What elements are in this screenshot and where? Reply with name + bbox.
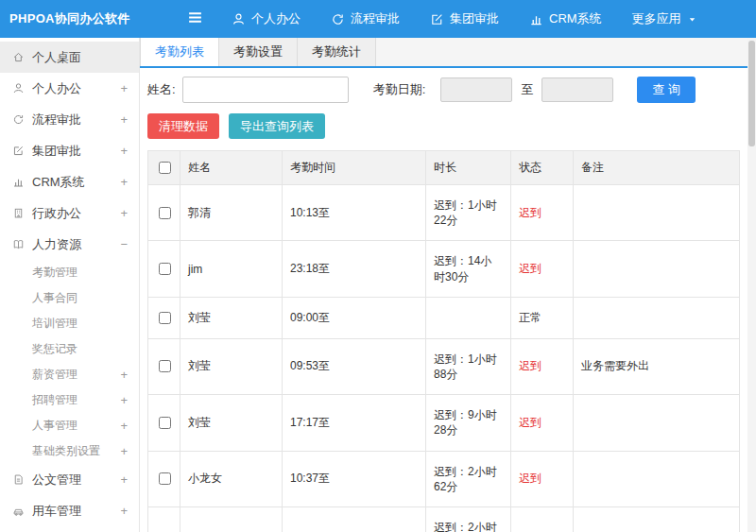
tab-attendance-stats[interactable]: 考勤统计	[298, 38, 376, 66]
sidebar-subitem[interactable]: 人事合同	[0, 285, 139, 311]
note-cell	[574, 185, 740, 241]
date-to-input[interactable]	[541, 77, 613, 102]
menu-toggle-button[interactable]	[187, 9, 203, 29]
tab-attendance-list[interactable]: 考勤列表	[140, 38, 219, 66]
building-icon	[12, 207, 32, 219]
nav-group-approval[interactable]: 集团审批	[430, 10, 499, 27]
clean-data-button[interactable]: 清理数据	[147, 113, 219, 139]
sidebar-subitem-label: 人事合同	[32, 290, 77, 306]
search-button[interactable]: 查 询	[637, 77, 696, 103]
duration-cell: 迟到：2小时90分 早退：7小时10分	[426, 506, 511, 532]
nav-label: 个人办公	[251, 10, 301, 27]
duration-cell	[426, 297, 511, 338]
row-checkbox[interactable]	[159, 472, 171, 485]
filter-bar: 姓名: 考勤日期: 至 查 询	[140, 68, 747, 112]
car-icon	[12, 505, 32, 517]
sidebar-subitem[interactable]: 招聘管理 +	[0, 387, 139, 413]
app: PHPOA协同办公软件 个人办公 流程审批 集团审批 CRM系统 更多应用	[0, 0, 756, 532]
nav-crm-system[interactable]: CRM系统	[529, 10, 602, 27]
sidebar-subitem[interactable]: 奖惩记录	[0, 336, 139, 362]
sidebar-item-personal-office[interactable]: 个人办公 +	[0, 73, 139, 104]
row-checkbox[interactable]	[159, 417, 171, 429]
row-checkbox[interactable]	[159, 360, 171, 372]
sidebar-subitem-label: 基础类别设置	[32, 443, 100, 459]
sidebar-item-crm[interactable]: CRM系统 +	[0, 166, 139, 197]
employee-name-link[interactable]: 郭清	[180, 185, 283, 241]
nav-label: 流程审批	[351, 10, 400, 27]
employee-name-link[interactable]: 小龙女	[180, 451, 283, 506]
select-all-checkbox[interactable]	[159, 162, 171, 174]
attendance-time-cell: 10:13至	[283, 185, 426, 241]
sidebar-item-workflow-approval[interactable]: 流程审批 +	[0, 104, 139, 135]
name-label: 姓名:	[147, 81, 176, 98]
sidebar-item-group-approval[interactable]: 集团审批 +	[0, 135, 139, 166]
expand-icon: +	[120, 504, 128, 518]
scrollbar	[747, 38, 756, 532]
duration-cell: 迟到：1小时88分	[426, 338, 511, 394]
attendance-time-cell: 09:53至	[283, 338, 426, 394]
sidebar-item-hr[interactable]: 人力资源 −	[0, 229, 139, 260]
table-row: 刘莹 09:00至 正常	[148, 297, 740, 338]
flow-icon	[331, 12, 345, 26]
row-checkbox-cell	[148, 297, 180, 338]
duration-cell: 迟到：1小时22分	[426, 185, 511, 241]
expand-icon: +	[120, 81, 128, 95]
note-cell	[574, 297, 740, 338]
scrollbar-thumb[interactable]	[748, 41, 755, 146]
employee-name-link[interactable]: 刘莹	[180, 297, 283, 338]
nav-label: 更多应用	[632, 10, 681, 27]
status-cell: 迟到	[511, 338, 574, 394]
attendance-time-cell: 09:00至	[283, 297, 426, 338]
sidebar-subitem-label: 培训管理	[32, 316, 77, 332]
row-checkbox-cell	[148, 338, 180, 394]
row-checkbox-cell	[148, 395, 180, 451]
sidebar-subitem[interactable]: 考勤管理	[0, 260, 139, 285]
main-content: 考勤列表 考勤设置 考勤统计 姓名: 考勤日期: 至 查 询 清理数据 导出查询…	[140, 38, 747, 532]
user-icon	[232, 12, 246, 26]
sidebar-subitem[interactable]: 薪资管理 +	[0, 362, 139, 387]
expand-icon: +	[120, 393, 128, 407]
status-cell: 迟到	[511, 241, 574, 297]
sidebar-item-documents[interactable]: 公文管理 +	[0, 464, 139, 495]
attendance-time-cell: 17:17至	[283, 395, 426, 451]
sidebar-subitem[interactable]: 培训管理	[0, 311, 139, 336]
nav-workflow-approval[interactable]: 流程审批	[331, 10, 400, 27]
table-row: 刘莹 09:53至 迟到：1小时88分 迟到 业务需要外出	[148, 338, 740, 394]
expand-icon: +	[120, 144, 128, 158]
row-checkbox[interactable]	[159, 312, 171, 324]
nav-personal-office[interactable]: 个人办公	[232, 10, 301, 27]
nav-more-apps[interactable]: 更多应用	[632, 10, 697, 27]
employee-name-link[interactable]: 刘莹	[180, 395, 283, 451]
status-cell: 迟到	[511, 451, 574, 506]
attendance-table: 姓名 考勤时间 时长 状态 备注 郭清 10:13至 迟到：1小时22分 迟到	[147, 150, 740, 532]
col-header-status: 状态	[511, 151, 574, 185]
sidebar-item-vehicle[interactable]: 用车管理 +	[0, 495, 139, 526]
export-list-button[interactable]: 导出查询列表	[229, 113, 325, 139]
note-cell	[574, 451, 740, 506]
sidebar-item-admin-office[interactable]: 行政办公 +	[0, 197, 139, 229]
employee-name-link[interactable]: 刘莹	[180, 338, 283, 394]
row-checkbox[interactable]	[159, 207, 171, 219]
sidebar-subitem-label: 招聘管理	[32, 392, 77, 408]
sidebar-subitem[interactable]: 基础类别设置 +	[0, 438, 139, 464]
table-header-row: 姓名 考勤时间 时长 状态 备注	[148, 151, 740, 185]
attendance-time-cell: 10:54至10:54	[283, 506, 426, 532]
attendance-time-cell: 10:37至	[283, 451, 426, 506]
tab-attendance-settings[interactable]: 考勤设置	[219, 38, 298, 66]
home-icon	[12, 51, 32, 63]
employee-name-link[interactable]: 管理员	[180, 506, 283, 532]
expand-icon: +	[120, 444, 128, 458]
caret-down-icon	[687, 14, 697, 25]
sidebar-item-personal-desktop[interactable]: 个人桌面	[0, 42, 139, 73]
row-checkbox[interactable]	[159, 263, 171, 275]
name-input[interactable]	[182, 77, 349, 103]
note-cell	[574, 395, 740, 451]
duration-cell: 迟到：2小时62分	[426, 451, 511, 506]
sidebar-subitem[interactable]: 人事管理 +	[0, 413, 139, 438]
date-from-input[interactable]	[440, 77, 512, 102]
sidebar-subitem-label: 薪资管理	[32, 367, 77, 383]
attendance-table-body: 郭清 10:13至 迟到：1小时22分 迟到 jim 23:18至 迟到：14小…	[148, 185, 740, 532]
employee-name-link[interactable]: jim	[180, 241, 283, 297]
sidebar-subitem-label: 奖惩记录	[32, 341, 77, 357]
table-row: 刘莹 17:17至 迟到：9小时28分 迟到	[148, 395, 740, 451]
